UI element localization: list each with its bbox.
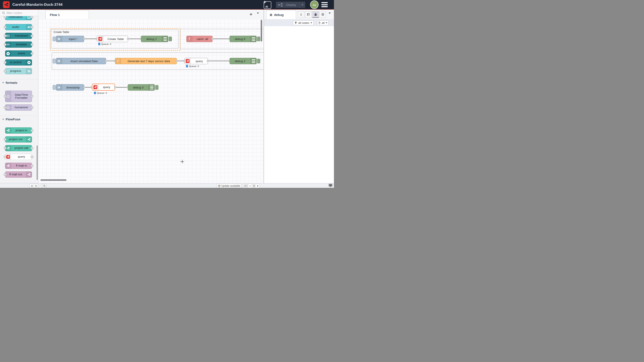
debug-sidebar: debug i ⚙ all nodes a bbox=[264, 9, 334, 183]
user-avatar[interactable]: su bbox=[310, 0, 318, 9]
debug-toolbar: all nodes all bbox=[264, 19, 334, 26]
debug-output-icon bbox=[250, 36, 256, 42]
output-port[interactable] bbox=[212, 38, 214, 40]
output-port[interactable] bbox=[207, 60, 209, 62]
tab-flow-1[interactable]: Flow 1 bbox=[45, 10, 89, 19]
output-port[interactable] bbox=[105, 60, 107, 62]
wire[interactable] bbox=[116, 87, 127, 88]
circle-arrow-icon bbox=[5, 51, 11, 56]
status-dot bbox=[94, 92, 96, 94]
input-port bbox=[4, 16, 6, 18]
palette-search-input[interactable] bbox=[6, 11, 35, 15]
wire[interactable] bbox=[85, 38, 97, 39]
inject-arrow-icon bbox=[56, 36, 62, 42]
canvas-horizontal-scrollbar[interactable] bbox=[40, 179, 66, 181]
palette-section-flowfuse[interactable]: ▾ FlowFuse bbox=[0, 116, 38, 122]
input-port bbox=[4, 95, 6, 97]
palette-node-query[interactable]: query bbox=[5, 154, 32, 160]
deploy-options-caret[interactable] bbox=[300, 2, 305, 8]
flow-list-caret[interactable] bbox=[257, 14, 259, 18]
node-function-sensor-data[interactable]: ƒ Generate last 7 days sensor data bbox=[115, 58, 177, 64]
debug-toggle-button[interactable] bbox=[155, 85, 158, 90]
palette-node-notification[interactable]: notification bbox=[5, 16, 32, 20]
palette-node-humanizer[interactable]: humanizer bbox=[5, 104, 32, 111]
palette-node-datetime-formatter[interactable]: Date/Time Formatter bbox=[5, 91, 32, 102]
palette-node-markdown[interactable]: M↓ markdown bbox=[5, 33, 32, 39]
info-tab-button[interactable]: i bbox=[298, 11, 304, 18]
palette-node-progress[interactable]: progress % bbox=[5, 68, 32, 74]
palette-expand-all-button[interactable] bbox=[34, 184, 38, 188]
chevron-down-icon: ▾ bbox=[2, 81, 4, 84]
palette-node-project-call[interactable]: project call bbox=[5, 145, 32, 151]
palette-node-event[interactable]: event bbox=[5, 50, 32, 57]
inject-button[interactable] bbox=[52, 85, 56, 90]
flowfuse-icon bbox=[5, 128, 11, 133]
canvas-search-button[interactable] bbox=[42, 184, 46, 188]
sidebar-resize-handle[interactable] bbox=[264, 9, 264, 188]
wire[interactable] bbox=[214, 38, 228, 39]
expand-sidebar-button[interactable] bbox=[328, 184, 332, 187]
help-book-tab-button[interactable] bbox=[305, 11, 312, 18]
debug-toggle-button[interactable] bbox=[169, 37, 172, 41]
deploy-nodes-icon bbox=[278, 3, 283, 6]
debug-clear-button[interactable]: all bbox=[317, 20, 328, 25]
palette-node-project-in[interactable]: project in bbox=[5, 127, 32, 134]
palette-node-ff-mqtt-in[interactable]: ff mqtt in bbox=[5, 163, 32, 169]
config-gear-tab-button[interactable]: ⚙ bbox=[320, 11, 326, 18]
navigator-map-button[interactable] bbox=[243, 184, 248, 188]
palette-node-project-out[interactable]: project out bbox=[5, 136, 32, 143]
node-query-create-table[interactable]: Create Table bbox=[97, 36, 128, 42]
wire[interactable] bbox=[129, 38, 141, 39]
output-port[interactable] bbox=[83, 86, 85, 88]
deploy-button[interactable]: Deploy bbox=[276, 2, 305, 8]
palette-node-audio[interactable]: audio bbox=[5, 24, 32, 30]
palette-section-formats[interactable]: ▾ formats bbox=[0, 79, 38, 86]
input-port bbox=[4, 35, 6, 37]
bug-icon bbox=[270, 13, 272, 16]
trash-icon bbox=[318, 21, 321, 24]
add-flow-button[interactable]: + bbox=[250, 12, 252, 17]
node-debug-3[interactable]: debug 3 bbox=[128, 84, 155, 91]
node-inject-simulated-data[interactable]: Insert simulated Data bbox=[56, 58, 106, 64]
flow-canvas[interactable]: Create Table inject ¹ Create Table Queue… bbox=[38, 19, 264, 183]
palette-search[interactable] bbox=[0, 9, 38, 16]
ai-assistant-button[interactable]: AI bbox=[264, 1, 271, 9]
zoom-reset-button[interactable] bbox=[252, 184, 256, 188]
function-icon: ƒ bbox=[115, 58, 121, 64]
node-catch-all[interactable]: ! catch: all bbox=[186, 36, 212, 42]
output-port[interactable] bbox=[114, 86, 116, 88]
node-inject-1[interactable]: inject ¹ bbox=[56, 36, 84, 42]
debug-tab-button[interactable] bbox=[312, 11, 319, 18]
zoom-in-button[interactable]: + bbox=[256, 184, 260, 188]
node-debug-6[interactable]: debug 6 bbox=[230, 36, 256, 42]
palette-node-template[interactable]: </> template bbox=[5, 41, 32, 48]
zoom-out-button[interactable]: − bbox=[248, 184, 252, 188]
node-inject-timestamp[interactable]: timestamp bbox=[56, 84, 84, 91]
node-query-2[interactable]: query bbox=[184, 58, 208, 64]
output-port[interactable] bbox=[83, 38, 85, 40]
node-debug-2[interactable]: debug 2 bbox=[230, 58, 256, 64]
update-available-button[interactable]: Update available bbox=[217, 184, 242, 188]
wire[interactable] bbox=[85, 87, 91, 88]
debug-toggle-button[interactable] bbox=[257, 59, 260, 63]
palette-collapse-all-button[interactable] bbox=[30, 184, 34, 188]
debug-filter-button[interactable]: all nodes bbox=[293, 20, 314, 25]
canvas-vertical-scrollbar[interactable] bbox=[261, 20, 262, 41]
node-query-selected[interactable]: query bbox=[92, 84, 115, 91]
output-port[interactable] bbox=[127, 38, 129, 40]
debug-toggle-button[interactable] bbox=[257, 37, 260, 41]
palette-node-ui-control[interactable]: ui control bbox=[5, 59, 32, 65]
input-port bbox=[4, 61, 6, 64]
sidebar-options-caret[interactable] bbox=[328, 14, 331, 18]
inject-button[interactable] bbox=[52, 59, 56, 63]
output-port[interactable] bbox=[176, 60, 178, 62]
palette-node-ff-mqtt-out[interactable]: ff mqtt out bbox=[5, 172, 32, 178]
wire[interactable] bbox=[209, 61, 228, 61]
sidebar-tab-debug[interactable]: debug bbox=[266, 10, 296, 19]
palette-scrollbar[interactable] bbox=[37, 146, 38, 180]
node-debug-1[interactable]: debug 1 bbox=[141, 36, 168, 42]
flowfuse-red-icon bbox=[97, 36, 104, 42]
flowfuse-red-icon bbox=[92, 84, 98, 90]
inject-button[interactable] bbox=[52, 37, 56, 41]
main-menu-button[interactable] bbox=[321, 2, 328, 7]
